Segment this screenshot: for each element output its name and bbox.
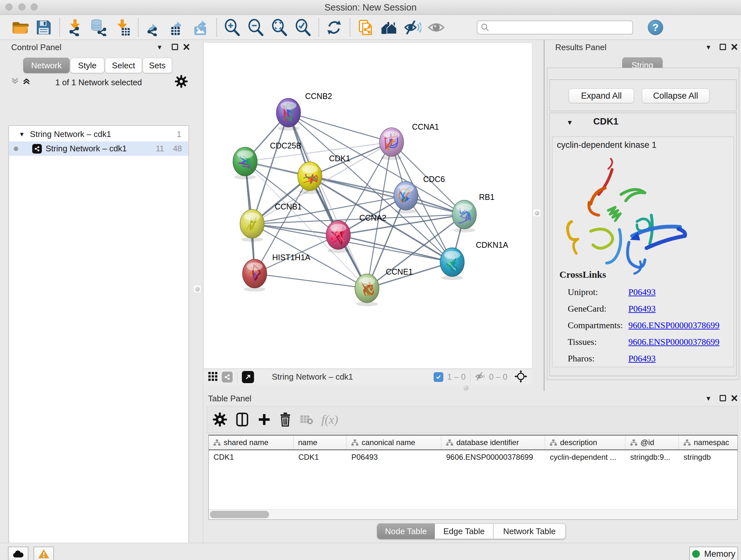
column-header-3[interactable]: database identifier bbox=[441, 435, 545, 449]
network-options-gear-icon[interactable] bbox=[175, 75, 188, 89]
table-panel-close-icon[interactable]: × bbox=[731, 395, 738, 401]
column-header-6[interactable]: namespac bbox=[679, 435, 738, 449]
show-all-icon[interactable] bbox=[427, 18, 446, 37]
detach-view-icon[interactable] bbox=[242, 371, 254, 383]
selected-indicator-checkbox[interactable] bbox=[434, 372, 443, 382]
results-panel-menu-icon[interactable]: ▼ bbox=[705, 44, 712, 51]
hidden-indicator-icon[interactable] bbox=[475, 371, 486, 383]
expand-all-button[interactable]: Expand All bbox=[569, 88, 634, 103]
control-panel-close-icon[interactable]: × bbox=[183, 44, 190, 50]
traffic-light-zoom-icon[interactable] bbox=[30, 3, 38, 10]
horizontal-splitter-handle[interactable] bbox=[463, 385, 468, 390]
import-table-icon[interactable] bbox=[113, 18, 131, 37]
tab-node-table[interactable]: Node Table bbox=[377, 523, 434, 539]
table-horizontal-scrollbar[interactable] bbox=[209, 509, 738, 519]
tab-style[interactable]: Style bbox=[70, 58, 105, 73]
table-panel-menu-icon[interactable]: ▼ bbox=[705, 395, 712, 402]
table-data-row[interactable]: CDK1CDK1P064939606.ENSP00000378699cyclin… bbox=[209, 450, 738, 464]
refresh-view-icon[interactable] bbox=[325, 18, 343, 37]
tab-edge-table[interactable]: Edge Table bbox=[434, 523, 493, 539]
column-header-1[interactable]: name bbox=[293, 435, 347, 449]
network-graph[interactable]: CCNB2CCNA1CDC25BCDK1CDC6RB1CCNB1CCNA2CDK… bbox=[204, 43, 533, 369]
window-title: Session: New Session bbox=[0, 0, 741, 15]
control-panel-float-icon[interactable] bbox=[172, 44, 178, 50]
right-splitter-handle[interactable] bbox=[533, 209, 541, 217]
show-columns-icon[interactable] bbox=[235, 412, 249, 427]
column-header-5[interactable]: @id bbox=[625, 435, 679, 449]
hide-selected-icon[interactable] bbox=[403, 18, 422, 37]
results-panel-close-icon[interactable]: × bbox=[731, 44, 738, 50]
save-session-icon[interactable] bbox=[35, 18, 53, 37]
cell-6[interactable]: stringdb bbox=[679, 453, 738, 462]
traffic-light-close-icon[interactable] bbox=[5, 3, 12, 10]
export-image-icon[interactable] bbox=[192, 18, 210, 37]
warnings-button[interactable] bbox=[33, 547, 54, 560]
zoom-in-icon[interactable] bbox=[223, 18, 241, 37]
collapse-all-button[interactable]: Collapse All bbox=[642, 88, 710, 103]
cell-3[interactable]: 9606.ENSP00000378699 bbox=[441, 453, 545, 462]
cell-0[interactable]: CDK1 bbox=[209, 453, 293, 462]
export-network-icon[interactable] bbox=[144, 18, 163, 37]
control-panel-menu-icon[interactable]: ▼ bbox=[156, 44, 163, 51]
memory-button[interactable]: Memory bbox=[689, 547, 738, 560]
open-session-icon[interactable] bbox=[11, 18, 29, 37]
fit-content-icon[interactable] bbox=[270, 18, 288, 37]
birds-eye-view-icon[interactable] bbox=[208, 371, 218, 383]
tab-select[interactable]: Select bbox=[105, 58, 142, 73]
svg-text:CCNE1: CCNE1 bbox=[386, 267, 413, 276]
column-header-4[interactable]: description bbox=[545, 435, 625, 449]
column-header-0[interactable]: shared name bbox=[209, 435, 293, 449]
node-result-collapse-icon[interactable]: ▼ bbox=[566, 119, 573, 126]
import-network-icon[interactable] bbox=[66, 18, 84, 37]
zoom-selected-icon[interactable] bbox=[293, 18, 312, 37]
node-result-name: CDK1 bbox=[593, 116, 618, 127]
network-canvas[interactable]: CCNB2CCNA1CDC25BCDK1CDC6RB1CCNB1CCNA2CDK… bbox=[203, 43, 532, 369]
cell-2[interactable]: P06493 bbox=[347, 453, 441, 462]
control-panel-title: Control Panel bbox=[11, 43, 62, 52]
crosslink-row: Pharos:P06493 bbox=[568, 354, 727, 362]
left-splitter[interactable] bbox=[197, 40, 203, 543]
duplicate-network-icon[interactable] bbox=[356, 18, 375, 37]
zoom-out-icon[interactable] bbox=[246, 18, 265, 37]
cell-1[interactable]: CDK1 bbox=[293, 453, 347, 462]
collection-expand-icon[interactable]: ▼ bbox=[19, 131, 25, 138]
first-neighbors-icon[interactable] bbox=[380, 18, 398, 37]
help-button[interactable]: ? bbox=[648, 20, 663, 35]
cell-4[interactable]: cyclin-dependent ... bbox=[545, 453, 625, 462]
crosslink-genecard-link[interactable]: P06493 bbox=[628, 304, 656, 313]
network-node-count: 11 bbox=[156, 144, 164, 153]
scrollbar-thumb[interactable] bbox=[210, 511, 269, 518]
traffic-light-minimize-icon[interactable] bbox=[18, 3, 25, 10]
import-network-from-database-icon[interactable] bbox=[89, 18, 108, 37]
tab-network-table[interactable]: Network Table bbox=[493, 523, 565, 539]
svg-text:CCNA2: CCNA2 bbox=[359, 213, 387, 222]
cell-5[interactable]: stringdb:9... bbox=[625, 453, 679, 462]
search-input[interactable] bbox=[489, 23, 623, 32]
crosslink-pharos-link[interactable]: P06493 bbox=[628, 354, 656, 362]
column-header-2[interactable]: canonical name bbox=[347, 435, 441, 449]
svg-text:CDKN1A: CDKN1A bbox=[476, 240, 509, 249]
graphics-details-icon[interactable] bbox=[222, 372, 232, 382]
create-column-icon[interactable] bbox=[258, 413, 271, 426]
pan-tool-icon[interactable] bbox=[515, 370, 527, 384]
delete-column-icon[interactable] bbox=[279, 412, 291, 427]
column-tree-icon bbox=[549, 439, 557, 446]
table-options-gear-icon[interactable] bbox=[213, 413, 227, 427]
cloud-status-button[interactable] bbox=[8, 547, 28, 560]
crosslink-row: Compartments:9606.ENSP00000378699 bbox=[568, 320, 727, 329]
crosslink-tissues-link[interactable]: 9606.ENSP00000378699 bbox=[628, 337, 719, 346]
crosslink-uniprot-link[interactable]: P06493 bbox=[628, 287, 656, 296]
crosslink-compartments-link[interactable]: 9606.ENSP00000378699 bbox=[628, 320, 719, 329]
function-builder-icon[interactable]: f(x) bbox=[321, 413, 338, 427]
horizontal-splitter[interactable] bbox=[203, 385, 532, 391]
right-splitter[interactable] bbox=[532, 40, 544, 391]
tab-sets[interactable]: Sets bbox=[143, 58, 172, 73]
table-panel-float-icon[interactable] bbox=[720, 395, 726, 401]
search-box[interactable] bbox=[477, 20, 633, 35]
network-collection-row[interactable]: ▼ String Network – cdk1 1 bbox=[9, 127, 188, 141]
network-row-selected[interactable]: String Network – cdk1 11 48 bbox=[9, 141, 188, 156]
export-table-icon[interactable] bbox=[168, 18, 186, 37]
results-panel-float-icon[interactable] bbox=[720, 44, 726, 50]
tab-network[interactable]: Network bbox=[23, 58, 70, 73]
left-splitter-handle[interactable] bbox=[193, 285, 201, 293]
